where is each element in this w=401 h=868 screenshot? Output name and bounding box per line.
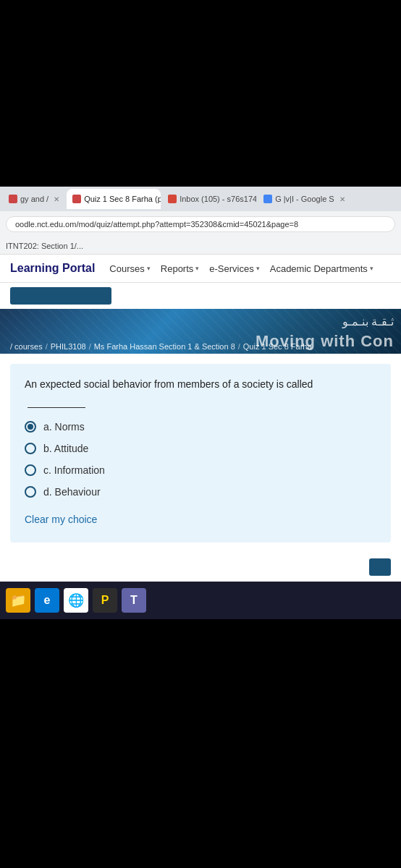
nav-eservices[interactable]: e-Services ▾: [209, 263, 259, 274]
tab2-label: Quiz 1 Sec 8 Farha (page 9 of: [84, 195, 161, 203]
nav-courses[interactable]: Courses ▾: [109, 263, 150, 274]
bookmarks-bar: ITNT202: Section 1/...: [0, 237, 401, 255]
nav-header: Learning Portal Courses ▾ Reports ▾ e-Se…: [0, 255, 401, 283]
option-b-label: b. Attitude: [43, 443, 88, 454]
taskbar-files-icon[interactable]: 📁: [6, 588, 30, 613]
nav-eservices-label: e-Services: [209, 263, 253, 274]
black-bottom-area: [0, 619, 401, 764]
nav-academic[interactable]: Academic Departments ▾: [270, 263, 373, 274]
site-logo[interactable]: Learning Portal: [10, 262, 95, 275]
courses-caret-icon: ▾: [147, 265, 151, 272]
option-c-label: c. Information: [43, 464, 105, 476]
nav-reports-label: Reports: [161, 263, 194, 274]
options-list: a. Norms b. Attitude c. Information d. B…: [25, 421, 376, 498]
tab1-label: gy and /: [20, 195, 48, 203]
radio-b[interactable]: [25, 443, 36, 454]
bookmark-item[interactable]: ITNT202: Section 1/...: [6, 242, 83, 250]
breadcrumb-courses[interactable]: / courses: [10, 342, 43, 351]
breadcrumb-quiz[interactable]: Quiz 1 Sec 8 Farha: [243, 342, 312, 351]
breadcrumb-section[interactable]: Ms Farha Hassan Section 1 & Section 8: [94, 342, 235, 351]
nav-academic-label: Academic Departments: [270, 263, 368, 274]
option-d[interactable]: d. Behaviour: [25, 486, 376, 498]
taskbar-teams-icon[interactable]: T: [122, 588, 146, 613]
nav-courses-label: Courses: [109, 263, 144, 274]
option-b[interactable]: b. Attitude: [25, 443, 376, 454]
address-bar[interactable]: oodle.nct.edu.om/mod/quiz/attempt.php?at…: [6, 216, 395, 232]
next-button[interactable]: [369, 558, 391, 576]
question-blank: [28, 392, 85, 408]
option-a[interactable]: a. Norms: [25, 421, 376, 433]
tab-1[interactable]: gy and / ✕: [3, 189, 65, 209]
tab3-favicon: [168, 195, 177, 203]
taskbar-prompt-icon[interactable]: P: [93, 588, 117, 613]
question-container: An expected social behavior from members…: [10, 364, 391, 542]
question-text: An expected social behavior from members…: [25, 377, 376, 408]
tab-4[interactable]: G |v|I - Google S ✕: [258, 189, 351, 209]
tab1-favicon: [9, 195, 17, 203]
banner: ثـقـة بنـمـو Moving with Con / courses /…: [0, 309, 401, 354]
nav-menu: Courses ▾ Reports ▾ e-Services ▾ Academi…: [109, 263, 373, 274]
tab3-label: Inbox (105) - s76s174@nct.ed: [180, 195, 256, 203]
nav-reports[interactable]: Reports ▾: [161, 263, 200, 274]
radio-c[interactable]: [25, 464, 36, 476]
tab4-favicon: [263, 195, 272, 203]
banner-arabic-text: ثـقـة بنـمـو: [342, 315, 394, 328]
blue-btn-area: [0, 283, 401, 309]
tab-3[interactable]: Inbox (105) - s76s174@nct.ed ✕: [162, 189, 256, 209]
breadcrumb-course[interactable]: PHIL3108: [51, 342, 86, 351]
browser-chrome: gy and / ✕ Quiz 1 Sec 8 Farha (page 9 of…: [0, 187, 401, 255]
taskbar: 📁 e 🌐 P T: [0, 582, 401, 619]
option-a-label: a. Norms: [43, 421, 85, 433]
eservices-caret-icon: ▾: [256, 265, 260, 272]
black-top-area: [0, 0, 401, 187]
taskbar-chrome-icon[interactable]: 🌐: [64, 588, 88, 613]
tab1-close[interactable]: ✕: [54, 195, 59, 203]
reports-caret-icon: ▾: [195, 265, 199, 272]
tab-bar: gy and / ✕ Quiz 1 Sec 8 Farha (page 9 of…: [0, 187, 401, 211]
option-c[interactable]: c. Information: [25, 464, 376, 476]
address-bar-row: oodle.nct.edu.om/mod/quiz/attempt.php?at…: [0, 211, 401, 237]
question-body: An expected social behavior from members…: [25, 378, 313, 390]
clear-choice-link[interactable]: Clear my choice: [25, 514, 97, 525]
breadcrumb: / courses / PHIL3108 / Ms Farha Hassan S…: [10, 342, 312, 351]
tab-2[interactable]: Quiz 1 Sec 8 Farha (page 9 of ✕: [67, 189, 161, 209]
option-d-label: d. Behaviour: [43, 486, 101, 498]
radio-a[interactable]: [25, 421, 36, 433]
radio-d[interactable]: [25, 486, 36, 498]
site-content: Learning Portal Courses ▾ Reports ▾ e-Se…: [0, 255, 401, 582]
tab4-label: G |v|I - Google S: [275, 195, 334, 203]
tab2-favicon: [72, 195, 81, 203]
academic-caret-icon: ▾: [370, 265, 373, 272]
radio-a-inner: [28, 424, 33, 430]
taskbar-edge-icon[interactable]: e: [35, 588, 59, 613]
blue-action-button[interactable]: [10, 287, 111, 305]
next-btn-area: [0, 553, 401, 582]
tab4-close[interactable]: ✕: [339, 195, 345, 203]
